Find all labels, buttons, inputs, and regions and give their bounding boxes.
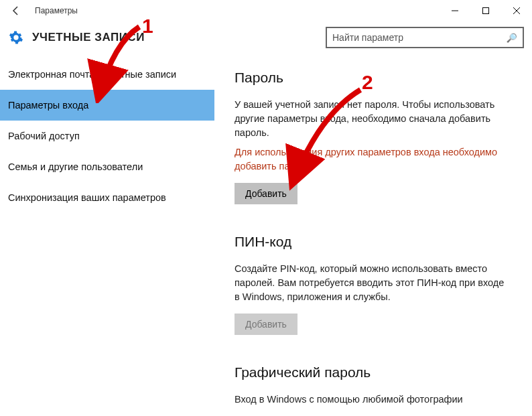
sidebar-item-email-accounts[interactable]: Электронная почта и учетные записи (0, 59, 214, 90)
window-controls (440, 0, 532, 21)
content: Пароль У вашей учетной записи нет пароля… (214, 54, 532, 416)
add-pin-button: Добавить (235, 314, 297, 335)
sidebar-item-sync-settings[interactable]: Синхронизация ваших параметров (0, 182, 214, 213)
page-title: УЧЕТНЫЕ ЗАПИСИ (32, 31, 145, 44)
maximize-button[interactable] (470, 0, 501, 21)
back-button[interactable] (0, 0, 32, 21)
sidebar-item-sign-in-options[interactable]: Параметры входа (0, 90, 214, 121)
section-picture-password: Графический пароль Вход в Windows с помо… (235, 364, 519, 407)
picture-password-heading: Графический пароль (235, 364, 519, 380)
add-password-button[interactable]: Добавить (235, 183, 297, 204)
sidebar-item-work-access[interactable]: Рабочий доступ (0, 121, 214, 151)
search-input[interactable] (332, 32, 507, 43)
svg-rect-1 (483, 8, 489, 14)
section-pin: ПИН-код Создайте PIN-код, который можно … (235, 234, 519, 335)
pin-description: Создайте PIN-код, который можно использо… (235, 262, 509, 304)
close-button[interactable] (501, 0, 532, 21)
app-title: Параметры (35, 6, 78, 15)
search-icon: 🔍 (507, 33, 517, 43)
minimize-button[interactable] (440, 0, 470, 21)
gear-icon (0, 30, 32, 45)
titlebar: Параметры (0, 0, 532, 21)
search-box[interactable]: 🔍 (326, 27, 524, 48)
password-description: У вашей учетной записи нет пароля. Чтобы… (235, 98, 509, 140)
sidebar-item-family-users[interactable]: Семья и другие пользователи (0, 151, 214, 182)
body: Электронная почта и учетные записи Парам… (0, 54, 532, 416)
pin-heading: ПИН-код (235, 234, 519, 250)
picture-password-description: Вход в Windows с помощью любимой фотогра… (235, 393, 509, 407)
password-warning: Для использования других параметров вход… (235, 145, 509, 174)
password-heading: Пароль (235, 70, 519, 86)
section-password: Пароль У вашей учетной записи нет пароля… (235, 70, 519, 204)
header: УЧЕТНЫЕ ЗАПИСИ 🔍 (0, 21, 532, 54)
sidebar: Электронная почта и учетные записи Парам… (0, 54, 214, 416)
